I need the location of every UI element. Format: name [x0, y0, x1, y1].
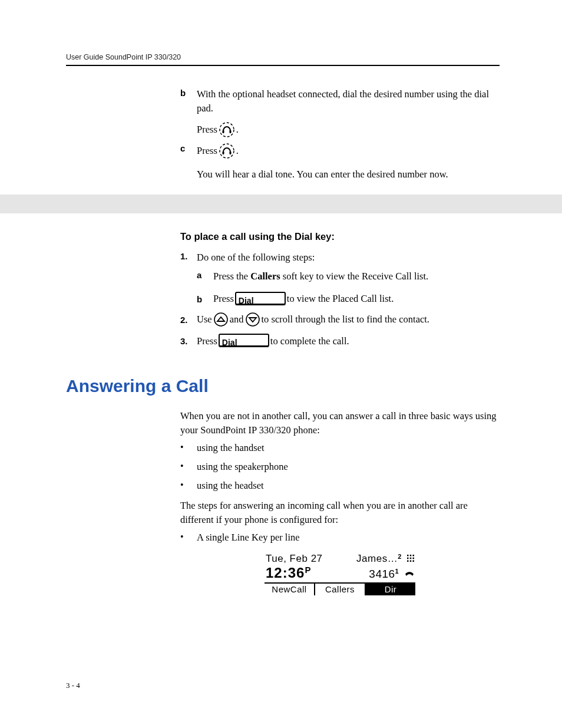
step-2-line: Use and to scroll through the list to fi… [197, 312, 500, 327]
arrow-down-icon [245, 312, 260, 327]
bullet-icon: • [180, 479, 197, 490]
step-b-marker: b [180, 87, 197, 98]
softkey-dir[interactable]: Dir [366, 584, 415, 595]
step-b-press-line: Press . [197, 121, 500, 138]
running-header: User Guide SoundPoint IP 330/320 [66, 53, 500, 61]
step-b-text: With the optional headset connected, dia… [197, 87, 500, 116]
lcd-ampm: P [305, 565, 311, 575]
dial-key-label: Dial [239, 296, 254, 305]
step-3-line: Press Dial to complete the call. [197, 334, 500, 348]
dial-key-label: Dial [222, 338, 237, 347]
phone-lcd: Tue, Feb 27 James…2 12:36P 34161 [265, 553, 415, 595]
lcd-softkeys: NewCall Callers Dir [265, 584, 415, 595]
step-c-press-line: Press . [197, 143, 500, 159]
step-1b-pre: Press [213, 292, 234, 306]
bullet-headset-text: using the headset [197, 479, 500, 493]
page-number: 3 - 4 [66, 681, 80, 690]
svg-point-0 [220, 123, 234, 137]
step-1-text: Do one of the following steps: [197, 251, 500, 265]
page: User Guide SoundPoint IP 330/320 b With … [0, 0, 562, 728]
svg-rect-10 [413, 555, 415, 556]
step-2-mid: and [230, 312, 244, 327]
press-label: Press [197, 124, 217, 136]
step-1a-post: soft key to view the Receive Call list. [280, 271, 429, 282]
step-1b: b Press Dial to view the Placed Call lis… [197, 292, 500, 306]
step-1b-line: Press Dial to view the Placed Call list. [213, 292, 500, 306]
lcd-ext-group: 34161 [369, 568, 414, 581]
bullet-icon: • [180, 460, 197, 472]
step-2-pre: Use [197, 312, 212, 327]
lcd-extension: 3416 [369, 568, 395, 580]
step-c: c Press . [180, 143, 500, 159]
step-3-marker: 3. [180, 335, 197, 346]
dial-key-heading: To place a call using the Dial key: [180, 231, 500, 242]
bullet-handset: • using the handset [180, 441, 500, 455]
bullet-handset-text: using the handset [197, 441, 500, 455]
bullet-single-line-key-text: A single Line Key per line [197, 531, 500, 545]
step-1: 1. Do one of the following steps: [180, 251, 500, 265]
step-c-followup: You will hear a dial tone. You can enter… [197, 167, 500, 182]
bullet-single-line-key: • A single Line Key per line [180, 531, 500, 545]
lcd-who: James… [356, 553, 398, 564]
svg-rect-12 [410, 558, 412, 559]
divider-band [0, 195, 562, 213]
step-1b-post: to view the Placed Call list. [287, 292, 394, 306]
step-2-marker: 2. [180, 314, 197, 325]
step-1a-text: Press the Callers soft key to view the R… [213, 269, 500, 284]
lcd-ext-badge: 1 [395, 568, 399, 575]
svg-point-3 [220, 144, 234, 158]
svg-rect-14 [407, 560, 409, 562]
svg-rect-4 [222, 151, 224, 154]
svg-rect-9 [410, 555, 412, 556]
callers-softkey-name: Callers [250, 271, 280, 282]
press-period: . [236, 124, 239, 136]
answering-followup: The steps for answering an incoming call… [180, 499, 500, 527]
svg-rect-15 [410, 560, 412, 562]
dial-key-icon: Dial [219, 334, 269, 347]
step-3-pre: Press [197, 334, 217, 348]
headset-icon [219, 143, 235, 159]
svg-rect-11 [407, 558, 409, 559]
svg-rect-13 [413, 558, 415, 559]
body-column: b With the optional headset connected, d… [180, 87, 500, 595]
step-1-marker: 1. [180, 251, 197, 261]
bullet-speakerphone: • using the speakerphone [180, 460, 500, 474]
step-2: 2. Use and to scroll through the list to… [180, 312, 500, 327]
svg-rect-1 [222, 130, 224, 133]
svg-rect-2 [229, 130, 231, 133]
step-1a-pre: Press the [213, 271, 250, 282]
softkey-newcall[interactable]: NewCall [265, 584, 315, 595]
answering-intro: When you are not in another call, you ca… [180, 409, 500, 437]
lcd-time: 12:36 [266, 565, 305, 581]
step-b: b With the optional headset connected, d… [180, 87, 500, 116]
answering-heading: Answering a Call [66, 376, 500, 396]
step-1b-marker: b [197, 294, 213, 304]
phone-icon [405, 568, 414, 580]
press-period: . [236, 144, 239, 158]
svg-rect-5 [229, 151, 231, 154]
lcd-row-mid: 12:36P 34161 [265, 565, 415, 581]
svg-point-6 [214, 313, 227, 326]
headset-icon [219, 121, 235, 138]
keypad-icon [407, 553, 414, 564]
svg-rect-16 [413, 560, 415, 562]
bullet-icon: • [180, 531, 197, 542]
bullet-icon: • [180, 441, 197, 453]
arrow-up-icon [213, 312, 229, 327]
step-c-marker: c [180, 143, 197, 153]
softkey-callers[interactable]: Callers [315, 584, 366, 595]
lcd-row-top: Tue, Feb 27 James…2 [265, 553, 415, 565]
bullet-headset: • using the headset [180, 479, 500, 493]
lcd-who-badge: 2 [398, 553, 402, 560]
dial-key-icon: Dial [235, 292, 286, 305]
lcd-time-group: 12:36P [266, 565, 311, 581]
svg-rect-8 [407, 555, 409, 556]
press-label: Press [197, 144, 217, 158]
svg-point-7 [246, 313, 259, 326]
step-2-post: to scroll through the list to find the c… [262, 312, 430, 327]
lcd-date: Tue, Feb 27 [266, 553, 323, 565]
step-1a: a Press the Callers soft key to view the… [197, 269, 500, 284]
step-1a-marker: a [197, 269, 213, 280]
step-3-post: to complete the call. [270, 334, 349, 348]
lcd-who-group: James…2 [356, 553, 414, 565]
